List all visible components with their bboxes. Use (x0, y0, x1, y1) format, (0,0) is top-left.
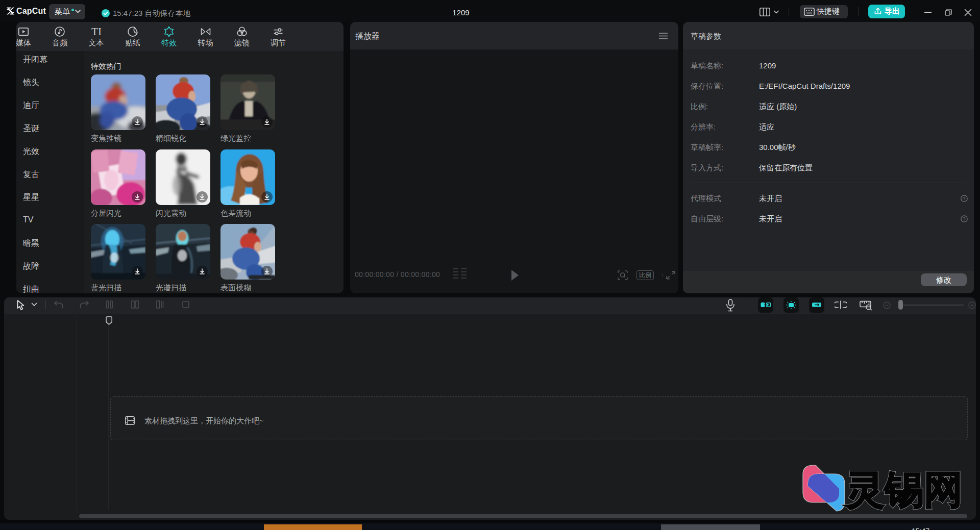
svg-text:TI: TI (91, 26, 102, 38)
svg-text:?: ? (963, 196, 965, 201)
svg-text:?: ? (963, 216, 965, 221)
